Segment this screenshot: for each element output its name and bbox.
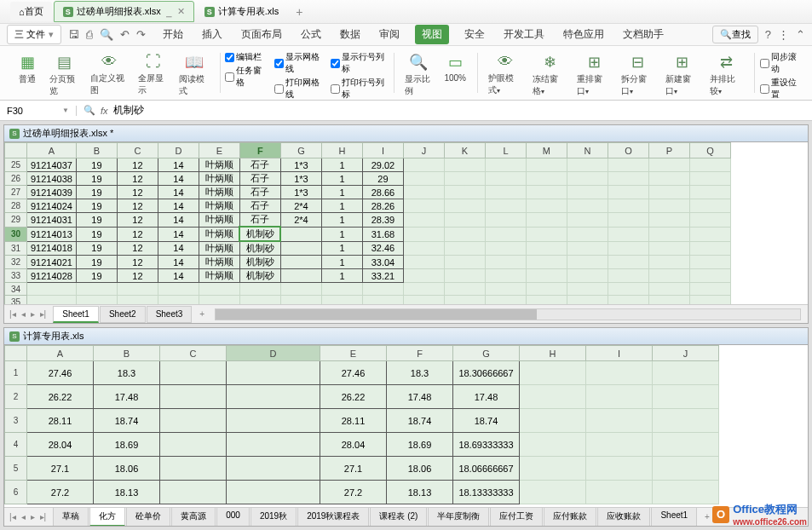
row-header[interactable]: 27 xyxy=(5,186,27,199)
cell[interactable]: 叶炳顺 xyxy=(199,256,239,269)
expand-icon[interactable]: ⌃ xyxy=(796,28,805,41)
tab-close-icon[interactable]: ✕ xyxy=(177,6,185,17)
cell[interactable]: 19 xyxy=(76,213,117,228)
col-header[interactable]: D xyxy=(227,346,320,361)
col-header[interactable]: H xyxy=(520,346,586,361)
cell[interactable] xyxy=(608,172,648,186)
cell[interactable] xyxy=(586,433,653,457)
cell[interactable] xyxy=(689,283,730,296)
col-header[interactable]: J xyxy=(403,143,444,158)
ribbon-btn-阅读模式[interactable]: 📖阅读模式 xyxy=(176,51,213,99)
cell[interactable] xyxy=(689,269,730,283)
cell[interactable] xyxy=(567,256,608,269)
col-header[interactable]: F xyxy=(387,346,453,361)
cell[interactable] xyxy=(403,269,444,283)
menu-tab-6[interactable]: 视图 xyxy=(415,25,449,44)
cell[interactable] xyxy=(653,361,719,385)
cell[interactable] xyxy=(648,241,689,256)
cell[interactable]: 27.46 xyxy=(27,361,94,385)
cell[interactable] xyxy=(653,433,719,457)
cell[interactable]: 1*3 xyxy=(280,186,321,199)
cell[interactable]: 18.3 xyxy=(94,361,160,385)
sheet-nav-first[interactable]: |◂ xyxy=(8,512,18,521)
cell[interactable]: 1*3 xyxy=(280,172,321,186)
cell[interactable] xyxy=(485,241,526,256)
ribbon-check-编辑栏[interactable]: 编辑栏 xyxy=(225,51,267,63)
cell[interactable] xyxy=(608,269,648,283)
cell[interactable] xyxy=(444,296,485,305)
cell[interactable]: 机制砂 xyxy=(239,241,280,256)
cell[interactable] xyxy=(608,186,648,199)
cell[interactable] xyxy=(362,283,403,296)
sheet-tab[interactable]: Sheet2 xyxy=(100,306,146,323)
ribbon-btn-普通[interactable]: ▦普通 xyxy=(12,51,43,87)
cell[interactable] xyxy=(485,186,526,199)
cell[interactable] xyxy=(485,199,526,213)
ribbon-btn-新建窗口[interactable]: ⊞新建窗口▾ xyxy=(662,51,703,99)
cell[interactable]: 12 xyxy=(117,213,158,228)
cell[interactable] xyxy=(403,256,444,269)
sheet-nav-first[interactable]: |◂ xyxy=(8,309,18,319)
cell[interactable]: 18.06666667 xyxy=(453,457,520,481)
cell[interactable]: 1 xyxy=(321,199,362,213)
cell[interactable]: 机制砂 xyxy=(239,227,280,241)
cell[interactable]: 石子 xyxy=(239,158,280,172)
cell[interactable] xyxy=(520,409,586,433)
panel-header-bottom[interactable]: S 计算专用表.xls xyxy=(4,328,808,345)
sheet-tab[interactable]: 课程表 (2) xyxy=(370,507,427,527)
cell[interactable]: 叶炳顺 xyxy=(199,269,239,283)
cell[interactable]: 12 xyxy=(117,241,158,256)
cell[interactable]: 28.11 xyxy=(320,409,387,433)
cell[interactable]: 叶炳顺 xyxy=(199,213,239,228)
sheet-tab[interactable]: 2019秋 xyxy=(251,507,297,527)
add-sheet-button[interactable]: + xyxy=(193,307,211,321)
cell[interactable] xyxy=(520,385,586,409)
cell[interactable] xyxy=(526,227,567,241)
add-tab-button[interactable]: + xyxy=(289,2,309,22)
cell[interactable]: 91214028 xyxy=(27,269,77,283)
cell[interactable] xyxy=(608,158,648,172)
cell[interactable]: 91214039 xyxy=(27,186,77,199)
cell[interactable] xyxy=(648,283,689,296)
cell[interactable]: 27.2 xyxy=(27,481,94,504)
cell[interactable]: 14 xyxy=(158,172,199,186)
ribbon-btn-并排比较[interactable]: ⇄并排比较▾ xyxy=(706,51,747,99)
cell[interactable] xyxy=(403,283,444,296)
sheet-nav-next[interactable]: ▸ xyxy=(29,512,37,521)
cell[interactable]: 91214037 xyxy=(27,158,77,172)
cell[interactable] xyxy=(160,385,227,409)
menu-tab-4[interactable]: 数据 xyxy=(337,25,364,44)
cell[interactable]: 26.22 xyxy=(27,385,94,409)
cell[interactable]: 91214024 xyxy=(27,199,77,213)
col-header[interactable]: E xyxy=(320,346,387,361)
cell[interactable] xyxy=(444,213,485,228)
cell[interactable] xyxy=(444,172,485,186)
cell[interactable] xyxy=(648,256,689,269)
cell[interactable]: 28.26 xyxy=(362,199,403,213)
cell[interactable] xyxy=(239,296,280,305)
cell[interactable] xyxy=(444,256,485,269)
cell[interactable] xyxy=(586,481,653,504)
sheet-nav-next[interactable]: ▸ xyxy=(29,309,37,319)
sheet-tab[interactable]: Sheet1 xyxy=(53,306,99,323)
cell[interactable] xyxy=(444,227,485,241)
cell[interactable] xyxy=(485,283,526,296)
menu-tab-7[interactable]: 安全 xyxy=(461,25,488,44)
save-icon[interactable]: 🖫 xyxy=(68,28,79,41)
cell[interactable] xyxy=(227,457,320,481)
cell[interactable] xyxy=(526,158,567,172)
cell[interactable]: 叶炳顺 xyxy=(199,186,239,199)
cell[interactable]: 27.2 xyxy=(320,481,387,504)
cell[interactable]: 12 xyxy=(117,158,158,172)
cell[interactable]: 18.69333333 xyxy=(453,433,520,457)
cell[interactable]: 石子 xyxy=(239,186,280,199)
cell[interactable] xyxy=(27,296,77,305)
cell[interactable]: 14 xyxy=(158,227,199,241)
cell[interactable] xyxy=(158,296,199,305)
cell[interactable] xyxy=(321,296,362,305)
col-header[interactable]: C xyxy=(160,346,227,361)
cell[interactable]: 28.04 xyxy=(27,433,94,457)
row-header[interactable]: 31 xyxy=(5,241,27,256)
cell[interactable] xyxy=(280,241,321,256)
cell[interactable]: 叶炳顺 xyxy=(199,241,239,256)
